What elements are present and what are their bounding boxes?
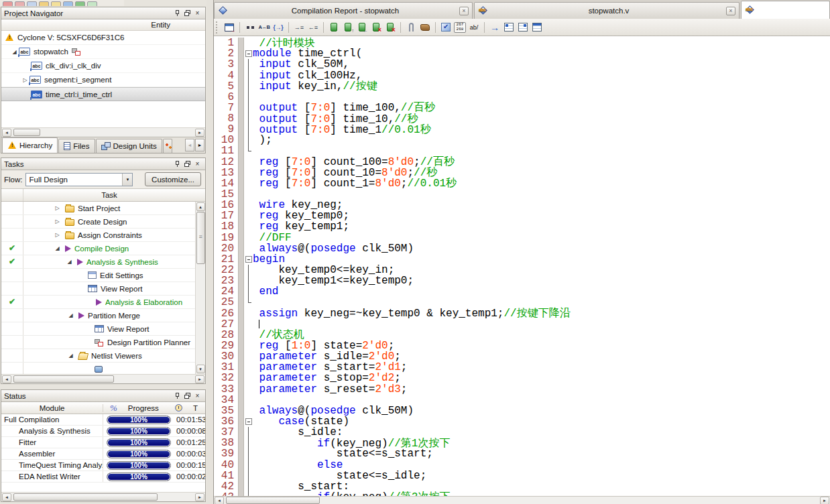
scroll-right-icon[interactable]: ► bbox=[195, 129, 204, 137]
code-line[interactable]: 34 bbox=[214, 395, 830, 405]
tree-item-segment-i-segment[interactable]: ▷abcsegment:i_segment bbox=[1, 73, 205, 87]
expanded-arrow-icon[interactable]: ◢ bbox=[65, 259, 74, 265]
scroll-up-icon[interactable]: ▲ bbox=[196, 202, 205, 211]
chevron-down-icon[interactable]: ▼ bbox=[122, 174, 132, 186]
close-icon[interactable]: × bbox=[192, 160, 202, 169]
attach-icon[interactable] bbox=[404, 21, 418, 34]
pin-icon[interactable] bbox=[172, 160, 182, 169]
goto-icon[interactable] bbox=[272, 21, 285, 34]
scrollbar-thumb[interactable] bbox=[196, 212, 205, 264]
task-row-create-design[interactable]: ▷Create Design bbox=[1, 215, 195, 229]
bookmark-next-icon[interactable] bbox=[341, 21, 355, 34]
float-icon[interactable] bbox=[182, 160, 192, 169]
list-console-icon[interactable] bbox=[530, 21, 544, 34]
bookmark-icon[interactable] bbox=[327, 21, 341, 34]
project-navigator-hscrollbar[interactable]: ◄ ► bbox=[1, 127, 205, 137]
tasks-hscrollbar[interactable]: ◄ ► bbox=[1, 374, 205, 383]
float-icon[interactable] bbox=[182, 391, 192, 401]
main-toolbar-icon[interactable] bbox=[15, 1, 25, 6]
main-toolbar-icon[interactable] bbox=[27, 1, 37, 6]
code-line[interactable]: 22 key_temp0<=key_in; bbox=[214, 265, 830, 275]
task-row-edit-settings[interactable]: Edit Settings bbox=[1, 269, 195, 282]
pin-icon[interactable] bbox=[172, 391, 182, 401]
code-line[interactable]: 3 input clk_50M, bbox=[214, 59, 830, 70]
code-line[interactable]: 36 case(state) bbox=[214, 416, 830, 427]
tab-files[interactable]: Files bbox=[58, 139, 95, 153]
code-line[interactable]: 40 else bbox=[214, 459, 830, 470]
code-line[interactable]: 38 if(key_neg)//第1次按下 bbox=[214, 438, 830, 448]
code-line[interactable]: 1 //计时模块 bbox=[214, 38, 830, 48]
find-icon[interactable] bbox=[243, 21, 257, 34]
main-toolbar-icon[interactable] bbox=[63, 1, 73, 6]
bookmark-delete-all-icon[interactable] bbox=[383, 21, 397, 34]
scroll-right-icon[interactable]: ► bbox=[195, 375, 204, 383]
tasks-vscrollbar[interactable]: ▲ ▼ bbox=[195, 202, 205, 374]
tree-item-stopwatch[interactable]: ◢abcstopwatch bbox=[1, 45, 205, 59]
scrollbar-thumb[interactable] bbox=[13, 493, 158, 501]
task-row-design-partition-planner[interactable]: Design Partition Planner bbox=[1, 336, 195, 349]
code-line[interactable]: 35 always@(posedge clk_50M) bbox=[214, 405, 830, 416]
tree-item-time-ctrl-i-time-ctrl[interactable]: abctime_ctrl:i_time_ctrl bbox=[1, 87, 205, 101]
task-row-view-report[interactable]: View Report bbox=[1, 322, 195, 336]
pin-icon[interactable] bbox=[172, 9, 182, 18]
code-line[interactable]: 33 parameter s_reset=2'd3; bbox=[214, 384, 830, 395]
dock-splitter[interactable] bbox=[206, 0, 213, 504]
close-tab-icon[interactable]: × bbox=[726, 7, 735, 15]
code-line[interactable]: 5 input key_in,//按键 bbox=[214, 81, 830, 92]
main-toolbar-icon[interactable] bbox=[87, 1, 97, 6]
bookmark-delete-icon[interactable] bbox=[369, 21, 383, 34]
code-line[interactable]: 23 key_temp1<=key_temp0; bbox=[214, 275, 830, 286]
code-line[interactable]: 16 wire key_neg; bbox=[214, 200, 830, 210]
flow-select[interactable]: Full Design ▼ bbox=[25, 173, 133, 186]
replace-icon[interactable] bbox=[257, 21, 271, 34]
task-row-analysis-elaboration[interactable]: ✔Analysis & Elaboration bbox=[1, 296, 195, 309]
task-row-item[interactable] bbox=[1, 363, 195, 374]
code-line[interactable]: 21begin bbox=[214, 254, 830, 265]
scroll-left-icon[interactable]: ◄ bbox=[2, 375, 11, 383]
tree-item-clk-div-i-clk-div[interactable]: abcclk_div:i_clk_div bbox=[1, 59, 205, 73]
task-row-assign-constraints[interactable]: ▷Assign Constraints bbox=[1, 229, 195, 242]
code-line[interactable]: 41 state<=s_idle; bbox=[214, 470, 830, 481]
macro-icon[interactable] bbox=[418, 21, 432, 34]
tree-item-cyclone-v-5csxfc6d6f31c6[interactable]: Cyclone V: 5CSXFC6D6F31C6 bbox=[1, 31, 205, 45]
task-row-partition-merge[interactable]: ◢Partition Merge bbox=[1, 309, 195, 322]
toolbar-grip[interactable] bbox=[216, 21, 220, 34]
main-toolbar-icon[interactable] bbox=[3, 1, 13, 6]
code-line[interactable]: 14 reg [7:0] count_1=8'd0;//0.01秒 bbox=[214, 178, 830, 189]
code-line[interactable]: 20 always@(posedge clk_50M) bbox=[214, 243, 830, 254]
code-line[interactable]: 32 parameter s_stop=2'd2; bbox=[214, 373, 830, 383]
editor-hscrollbar[interactable]: ◄ ► bbox=[214, 496, 830, 504]
status-titlebar[interactable]: Status × bbox=[1, 390, 205, 402]
code-line[interactable]: 19 //DFF bbox=[214, 233, 830, 243]
customize-button[interactable]: Customize... bbox=[145, 172, 201, 186]
collapsed-arrow-icon[interactable]: ▷ bbox=[53, 205, 62, 211]
project-navigator-titlebar[interactable]: Project Navigator × bbox=[1, 7, 205, 19]
window-icon[interactable] bbox=[223, 21, 236, 34]
tasks-titlebar[interactable]: Tasks × bbox=[1, 158, 205, 170]
tabs-scroll-left-icon[interactable]: ◄ bbox=[185, 139, 194, 151]
collapsed-arrow-icon[interactable]: ▷ bbox=[53, 232, 62, 238]
scroll-left-icon[interactable]: ◄ bbox=[2, 129, 11, 137]
collapsed-arrow-icon[interactable]: ▷ bbox=[53, 218, 62, 225]
scroll-left-icon[interactable]: ◄ bbox=[215, 497, 224, 504]
indent-icon[interactable] bbox=[292, 21, 306, 34]
close-icon[interactable]: × bbox=[192, 9, 202, 18]
main-toolbar-icon[interactable] bbox=[51, 1, 61, 6]
syntax-check-icon[interactable] bbox=[439, 21, 453, 34]
comment-ab-icon[interactable]: ab/ bbox=[467, 21, 481, 34]
entity-column-header[interactable]: Entity bbox=[1, 19, 205, 31]
status-hscrollbar[interactable]: ◄ ► bbox=[1, 492, 205, 501]
task-row-netlist-viewers[interactable]: ◢Netlist Viewers bbox=[1, 349, 195, 363]
float-icon[interactable] bbox=[182, 9, 192, 18]
code-line[interactable]: 30 parameter s_idle=2'd0; bbox=[214, 351, 830, 362]
code-line[interactable]: 29 reg [1:0] state=2'd0; bbox=[214, 340, 830, 351]
main-toolbar-icon[interactable] bbox=[39, 1, 49, 6]
close-tab-icon[interactable]: × bbox=[459, 7, 469, 15]
jump-icon[interactable] bbox=[488, 21, 501, 34]
list-messages-icon[interactable] bbox=[516, 21, 530, 34]
fold-box-icon[interactable] bbox=[244, 254, 253, 265]
tab-design-units[interactable]: Design Units bbox=[96, 139, 162, 153]
fold-box-icon[interactable] bbox=[244, 416, 253, 427]
expanded-arrow-icon[interactable]: ◢ bbox=[66, 353, 75, 359]
tabs-scroll-right-icon[interactable]: ► bbox=[195, 139, 204, 151]
